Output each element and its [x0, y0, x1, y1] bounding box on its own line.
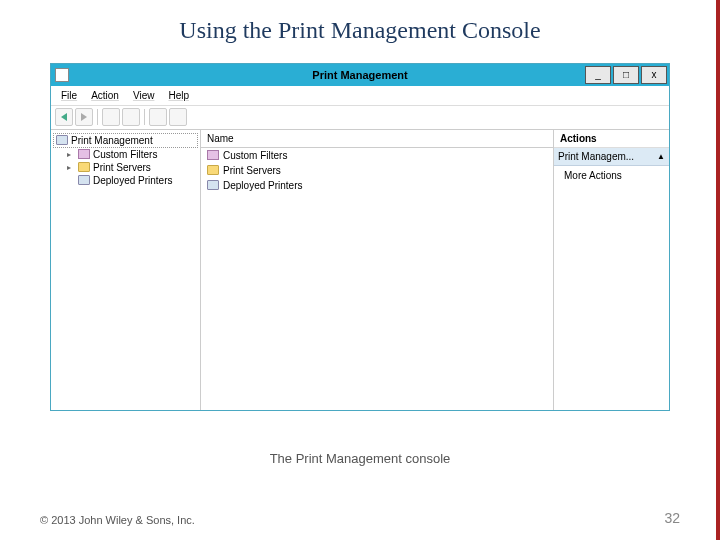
- tree-item-print-servers[interactable]: ▸ Print Servers: [53, 161, 198, 174]
- list-pane: Name Custom Filters Print Servers Deploy…: [201, 130, 554, 410]
- folder-icon: [78, 162, 90, 172]
- list-item-print-servers[interactable]: Print Servers: [201, 163, 553, 178]
- actions-group-label: Print Managem...: [558, 151, 634, 162]
- menu-action[interactable]: Action: [85, 88, 125, 103]
- maximize-button[interactable]: □: [613, 66, 639, 84]
- tree-item-label: Print Servers: [93, 162, 151, 173]
- copyright: © 2013 John Wiley & Sons, Inc.: [40, 514, 195, 526]
- menu-file[interactable]: File: [55, 88, 83, 103]
- toolbar-button-1[interactable]: [102, 108, 120, 126]
- tree-root[interactable]: Print Management: [53, 133, 198, 148]
- collapse-icon[interactable]: ▲: [657, 152, 665, 161]
- tree-root-label: Print Management: [71, 135, 153, 146]
- toolbar-separator: [144, 109, 145, 125]
- page-number: 32: [664, 510, 680, 526]
- console-icon: [56, 135, 68, 145]
- actions-more[interactable]: More Actions: [554, 166, 669, 185]
- menu-view[interactable]: View: [127, 88, 161, 103]
- menu-help[interactable]: Help: [162, 88, 195, 103]
- actions-header: Actions: [554, 130, 669, 148]
- titlebar[interactable]: Print Management _ □ x: [51, 64, 669, 86]
- slide-caption: The Print Management console: [40, 451, 680, 466]
- tree-item-label: Custom Filters: [93, 149, 157, 160]
- tree-item-deployed-printers[interactable]: Deployed Printers: [53, 174, 198, 187]
- toolbar-button-4[interactable]: [169, 108, 187, 126]
- forward-button[interactable]: [75, 108, 93, 126]
- expander-icon[interactable]: ▸: [67, 163, 75, 172]
- folder-icon: [207, 165, 219, 175]
- close-button[interactable]: x: [641, 66, 667, 84]
- window-title: Print Management: [51, 69, 669, 81]
- list-column-header[interactable]: Name: [201, 130, 553, 148]
- expander-icon[interactable]: ▸: [67, 150, 75, 159]
- list-item-deployed-printers[interactable]: Deployed Printers: [201, 178, 553, 193]
- window-controls: _ □ x: [583, 66, 669, 84]
- window-body: Print Management ▸ Custom Filters ▸ Prin…: [51, 130, 669, 410]
- minimize-button[interactable]: _: [585, 66, 611, 84]
- actions-pane: Actions Print Managem... ▲ More Actions: [554, 130, 669, 410]
- filter-icon: [78, 149, 90, 159]
- printer-icon: [207, 180, 219, 190]
- list-item-custom-filters[interactable]: Custom Filters: [201, 148, 553, 163]
- list-item-label: Print Servers: [223, 165, 281, 176]
- actions-group-header[interactable]: Print Managem... ▲: [554, 148, 669, 166]
- tree-item-label: Deployed Printers: [93, 175, 172, 186]
- accent-bar: [716, 0, 720, 540]
- toolbar-button-3[interactable]: [149, 108, 167, 126]
- tree-item-custom-filters[interactable]: ▸ Custom Filters: [53, 148, 198, 161]
- slide-title: Using the Print Management Console: [40, 16, 680, 45]
- back-button[interactable]: [55, 108, 73, 126]
- tree-pane: Print Management ▸ Custom Filters ▸ Prin…: [51, 130, 201, 410]
- filter-icon: [207, 150, 219, 160]
- toolbar: [51, 106, 669, 130]
- printer-icon: [78, 175, 90, 185]
- toolbar-button-2[interactable]: [122, 108, 140, 126]
- list-item-label: Custom Filters: [223, 150, 287, 161]
- menubar: File Action View Help: [51, 86, 669, 106]
- app-window: Print Management _ □ x File Action View …: [50, 63, 670, 411]
- toolbar-separator: [97, 109, 98, 125]
- app-icon: [55, 68, 69, 82]
- list-item-label: Deployed Printers: [223, 180, 302, 191]
